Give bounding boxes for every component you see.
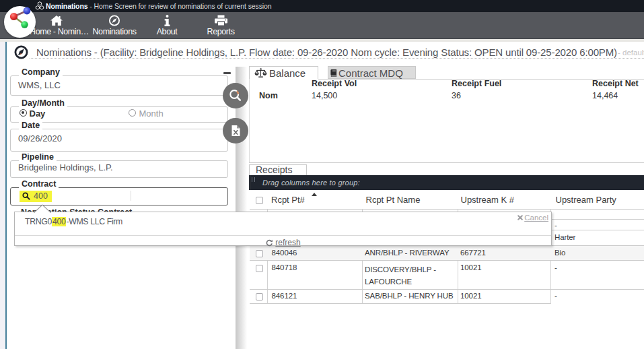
- day-month-fieldset: Day/Month Day Month: [10, 106, 228, 123]
- fab-search-icon: [223, 83, 248, 108]
- nav-item-nominations[interactable]: Nominations: [90, 15, 139, 38]
- grid-row[interactable]: 846121 SAB/BHLP - HENRY HUB 10021 -: [250, 290, 550, 304]
- page-title: Nominations - (Facility: Bridgeline Hold…: [36, 46, 617, 58]
- date-label: Date: [19, 121, 42, 130]
- grid-row[interactable]: 840718 DISCOVERY/BHLP - LAFOURCHE 10021 …: [250, 261, 644, 290]
- contract-autocomplete-popup: Cancel TRNG0400-WMS LLC Firm refresh: [14, 212, 552, 246]
- grid-col-rcpt-pt-name[interactable]: Rcpt Pt Name: [366, 195, 421, 205]
- contract-search-highlight[interactable]: 400: [20, 191, 52, 202]
- cell-rcpt-pt-name: ANR/BHLP - RIVERWAY: [365, 249, 449, 257]
- select-all-checkbox[interactable]: [256, 197, 263, 204]
- refresh-label[interactable]: refresh: [275, 238, 300, 247]
- autocomplete-item[interactable]: TRNG0400-WMS LLC Firm: [25, 217, 122, 226]
- window-title-desc: Home Screen for review of nominations of…: [94, 2, 272, 10]
- panel-splitter[interactable]: [236, 67, 247, 349]
- company-fieldset[interactable]: Company WMS, LLC: [10, 75, 228, 96]
- contract-fieldset[interactable]: Contract 400: [10, 187, 228, 205]
- grid-header-row: Rcpt Pt# Rcpt Pt Name Upstream K # Upstr…: [250, 190, 644, 210]
- window-title-bar: Nominations - Home Screen for review of …: [0, 0, 644, 12]
- cell-rcpt-pt: 840046: [272, 249, 297, 257]
- book-icon: [330, 69, 337, 77]
- collapse-panel-button[interactable]: [223, 72, 231, 74]
- grid-row[interactable]: 840046 ANR/BHLP - RIVERWAY 667721 Bio: [250, 246, 644, 261]
- item-prefix: TRNG0: [25, 217, 52, 226]
- month-radio[interactable]: [129, 109, 136, 117]
- cell-upstream-party: Bio: [554, 249, 565, 257]
- balance-row-label: Nom: [259, 91, 278, 100]
- page-left-accent-border: [5, 42, 7, 349]
- tab-receipts-label: Receipts: [256, 165, 292, 175]
- group-bar-hint: Drag columns here to group:: [262, 179, 360, 187]
- pipeline-value[interactable]: Bridgeline Holdings, L.P.: [18, 162, 113, 172]
- cubes-icon: [35, 1, 44, 11]
- contract-label: Contract: [19, 179, 59, 189]
- grid-col-upstream-party[interactable]: Upstream Party: [556, 195, 616, 205]
- app-window: Nominations - Home Screen for review of …: [0, 0, 644, 349]
- cell-upstream-party: -: [554, 292, 557, 300]
- cell-upstream-k: 10021: [460, 292, 481, 300]
- app-logo[interactable]: [4, 6, 36, 38]
- contract-query[interactable]: 400: [34, 191, 48, 201]
- grid-group-bar[interactable]: Drag columns here to group:: [249, 175, 644, 190]
- scales-icon: [254, 68, 267, 78]
- row-checkbox[interactable]: [256, 293, 263, 300]
- balance-receipt-net-value: 14,464: [592, 91, 618, 100]
- page-title-suffix: - default: [618, 49, 644, 57]
- window-title: Nominations - Home Screen for review of …: [46, 0, 272, 12]
- printer-icon: [199, 15, 243, 26]
- day-month-label: Day/Month: [19, 98, 67, 108]
- cell-rcpt-pt-name: DISCOVERY/BHLP - LAFOURCHE: [365, 263, 449, 288]
- nav-item-about-label: About: [147, 27, 187, 36]
- balance-col-receipt-vol: Receipt Vol: [312, 79, 357, 88]
- window-title-sep: -: [88, 2, 94, 10]
- balance-panel-bottom-border: [249, 162, 644, 163]
- date-value[interactable]: 09/26/2020: [18, 133, 62, 144]
- export-excel-fab-button[interactable]: [223, 118, 248, 144]
- cancel-x-icon: [517, 215, 523, 220]
- row-checkbox[interactable]: [256, 265, 263, 272]
- cell-rcpt-pt-name: SAB/BHLP - HENRY HUB: [365, 292, 454, 300]
- popup-callout-arrow: [34, 204, 51, 213]
- item-highlight: 400: [52, 217, 66, 226]
- nav-item-nominations-label: Nominations: [90, 27, 139, 36]
- date-fieldset[interactable]: Date 09/26/2020: [10, 129, 228, 152]
- cell-upstream-party: -: [554, 263, 557, 272]
- search-fab-button[interactable]: [223, 83, 248, 108]
- sort-asc-icon: [312, 193, 317, 196]
- nav-shadow-strip: [0, 39, 644, 42]
- info-icon: [147, 15, 187, 26]
- pipeline-fieldset[interactable]: Pipeline Bridgeline Holdings, L.P.: [10, 160, 228, 178]
- tab-contract-mdq-label: Contract MDQ: [338, 67, 403, 79]
- grid-col-rcpt-pt[interactable]: Rcpt Pt#: [271, 195, 305, 205]
- nav-item-reports[interactable]: Reports: [199, 15, 243, 38]
- nav-item-home[interactable]: Home - Nomin…: [30, 15, 83, 38]
- cell-upstream-party: Harter: [554, 233, 575, 241]
- company-value[interactable]: WMS, LLC: [18, 80, 61, 90]
- fab-excel-icon: [223, 118, 248, 144]
- balance-receipt-vol-value: 14,500: [312, 91, 337, 100]
- page-left-margin: [0, 42, 5, 349]
- row-checkbox[interactable]: [256, 250, 263, 257]
- item-suffix: -WMS LLC Firm: [66, 217, 122, 226]
- tab-contract-mdq[interactable]: Contract MDQ: [328, 66, 416, 79]
- search-icon: [22, 192, 30, 200]
- nav-item-about[interactable]: About: [147, 15, 187, 38]
- cell-upstream-k: 10021: [460, 263, 481, 272]
- logo-share-icon: [4, 6, 36, 38]
- day-radio[interactable]: [20, 109, 27, 117]
- day-radio-label[interactable]: Day: [30, 108, 46, 119]
- nav-item-home-label: Home - Nomin…: [30, 27, 83, 36]
- refresh-link[interactable]: refresh: [15, 238, 551, 247]
- tab-balance[interactable]: Balance: [249, 66, 318, 79]
- cell-rcpt-pt: 846121: [272, 292, 297, 300]
- balance-panel-left-border: [249, 78, 250, 162]
- tab-receipts[interactable]: Receipts: [249, 164, 307, 175]
- cancel-label[interactable]: Cancel: [524, 214, 548, 222]
- cancel-link[interactable]: Cancel: [517, 214, 548, 222]
- cell-upstream-party: -: [554, 221, 557, 229]
- text-caret: [131, 191, 131, 201]
- pipeline-label: Pipeline: [19, 152, 57, 162]
- grid-col-upstream-k[interactable]: Upstream K #: [461, 195, 514, 205]
- month-radio-label[interactable]: Month: [139, 108, 164, 119]
- header-divider: [30, 58, 644, 59]
